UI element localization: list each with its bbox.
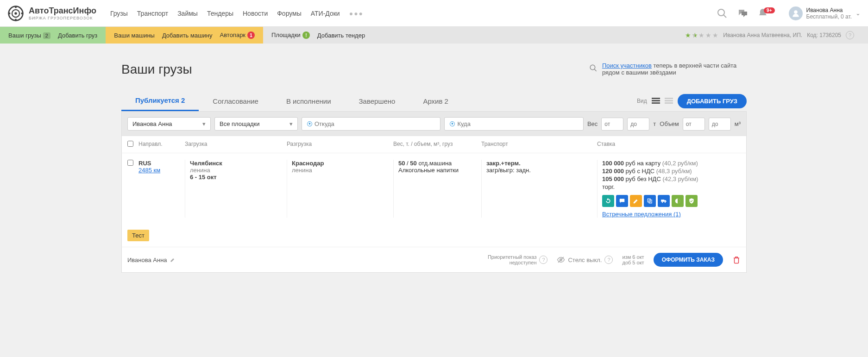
notice-link[interactable]: Поиск участников bbox=[602, 62, 652, 69]
search-icon bbox=[589, 62, 598, 74]
help-icon[interactable]: ? bbox=[604, 256, 613, 264]
trash-icon[interactable] bbox=[732, 256, 741, 264]
comment-icon[interactable] bbox=[616, 195, 628, 207]
logo-subtitle: БИРЖА ГРУЗОПЕРЕВОЗОК bbox=[29, 16, 96, 20]
tab-archive[interactable]: Архив 2 bbox=[409, 92, 462, 111]
subnav-add-tender[interactable]: Добавить тендер bbox=[317, 32, 365, 39]
tag-test[interactable]: Тест bbox=[127, 230, 149, 241]
weight-unit: т bbox=[653, 120, 656, 127]
view-list-icon[interactable] bbox=[652, 98, 660, 104]
chat-icon[interactable] bbox=[737, 8, 748, 19]
volume-from-input[interactable] bbox=[683, 118, 705, 131]
svg-rect-13 bbox=[652, 100, 660, 101]
nav-docs[interactable]: АТИ-Доки bbox=[311, 10, 340, 17]
stealth-label: Стелс выкл. bbox=[568, 257, 602, 263]
th-weight: Вес, т. / объем, м³, груз bbox=[393, 141, 481, 148]
subnav-autopark[interactable]: Автопарк1 bbox=[220, 31, 255, 39]
filter-from-input[interactable]: ⦿ bbox=[302, 117, 440, 131]
pin-icon: ⦿ bbox=[449, 120, 455, 127]
account-code: Код: 1736205 bbox=[807, 32, 841, 38]
negotiable: торг. bbox=[602, 183, 741, 190]
unload-city: Краснодар bbox=[292, 160, 393, 167]
user-menu[interactable]: Иванова Анна Бесплатный, 0 ат. ⌄ bbox=[789, 6, 861, 20]
nav-news[interactable]: Новости bbox=[243, 10, 268, 17]
svg-point-22 bbox=[662, 202, 663, 203]
subnav-your-cargo[interactable]: Ваши грузы2 bbox=[8, 32, 50, 39]
filter-user-select[interactable]: Иванова Анна▾ bbox=[127, 117, 211, 131]
add-cargo-button[interactable]: ДОБАВИТЬ ГРУЗ bbox=[678, 94, 747, 108]
help-icon[interactable]: ? bbox=[539, 256, 547, 264]
svg-point-9 bbox=[794, 10, 798, 14]
distance-link[interactable]: 2485 км bbox=[138, 167, 185, 174]
svg-rect-4 bbox=[15, 19, 17, 21]
subnav-add-cargo[interactable]: Добавить груз bbox=[58, 32, 97, 39]
select-all-checkbox[interactable] bbox=[127, 141, 133, 147]
svg-line-8 bbox=[723, 15, 726, 18]
load-dates: 6 - 15 окт bbox=[190, 174, 287, 181]
tab-executing[interactable]: В исполнении bbox=[272, 92, 345, 111]
logo[interactable]: АвтоТрансИнфо БИРЖА ГРУЗОПЕРЕВОЗОК bbox=[7, 5, 96, 22]
search-icon[interactable] bbox=[717, 8, 728, 19]
svg-rect-18 bbox=[620, 199, 625, 202]
nav-forums[interactable]: Форумы bbox=[277, 10, 302, 17]
svg-rect-16 bbox=[665, 100, 673, 101]
weight-to-input[interactable] bbox=[627, 118, 649, 131]
load-city: Челябинск bbox=[190, 160, 287, 167]
nav-tenders[interactable]: Тендеры bbox=[207, 10, 233, 17]
filter-sites-select[interactable]: Все площадки▾ bbox=[214, 117, 298, 131]
refresh-icon[interactable] bbox=[602, 195, 614, 207]
sub-nav: Ваши грузы2 Добавить груз Ваши машины До… bbox=[0, 27, 868, 44]
owner-name: Иванова Анна bbox=[127, 257, 167, 263]
row-footer: Иванова Анна Приоритетный показ недоступ… bbox=[121, 247, 747, 273]
svg-line-11 bbox=[594, 69, 596, 71]
svg-rect-6 bbox=[21, 13, 24, 14]
logo-title: АвтоТрансИнфо bbox=[29, 6, 96, 16]
subnav-your-vehicles[interactable]: Ваши машины bbox=[114, 32, 155, 39]
filter-to-input[interactable]: ⦿ bbox=[444, 117, 583, 131]
order-button[interactable]: ОФОРМИТЬ ЗАКАЗ bbox=[654, 253, 723, 267]
edit-icon[interactable] bbox=[630, 195, 642, 207]
page-title: Ваши грузы bbox=[121, 62, 192, 77]
nav-transport[interactable]: Транспорт bbox=[137, 10, 168, 17]
account-name: Иванова Анна Матвеевна, ИП. bbox=[723, 32, 802, 38]
volume-unit: м³ bbox=[735, 120, 741, 127]
contrast-icon[interactable] bbox=[672, 195, 684, 207]
truck-icon[interactable] bbox=[658, 195, 670, 207]
transport-detail: загр/выгр: задн. bbox=[486, 167, 597, 174]
added-date: доб 5 окт bbox=[622, 260, 644, 265]
th-rate: Ставка bbox=[597, 141, 741, 148]
nav-cargo[interactable]: Грузы bbox=[110, 10, 128, 17]
svg-rect-14 bbox=[652, 102, 660, 104]
help-icon[interactable]: ? bbox=[846, 31, 854, 39]
th-unload: Разгрузка bbox=[287, 141, 393, 148]
row-checkbox[interactable] bbox=[127, 160, 133, 166]
subnav-add-vehicle[interactable]: Добавить машину bbox=[162, 32, 213, 39]
counter-offers-link[interactable]: Встречные предложения (1) bbox=[602, 211, 681, 218]
tab-done[interactable]: Завершено bbox=[345, 92, 409, 111]
svg-rect-3 bbox=[15, 6, 17, 7]
main-nav: Грузы Транспорт Займы Тендеры Новости Фо… bbox=[110, 10, 364, 17]
shield-icon[interactable] bbox=[686, 195, 698, 207]
tab-agreement[interactable]: Согласование bbox=[199, 92, 272, 111]
th-transport: Транспорт bbox=[481, 141, 597, 148]
subnav-sites[interactable]: Площадки! bbox=[271, 31, 310, 39]
weight-from-input[interactable] bbox=[601, 118, 623, 131]
copy-icon[interactable] bbox=[644, 195, 656, 207]
country: RUS bbox=[138, 160, 185, 167]
rating-stars[interactable]: ★★★★★★ bbox=[685, 31, 718, 39]
svg-point-2 bbox=[14, 12, 17, 14]
nav-more[interactable]: ●●● bbox=[349, 10, 364, 17]
nav-loans[interactable]: Займы bbox=[177, 10, 198, 17]
view-grid-icon[interactable] bbox=[665, 98, 673, 104]
eye-off-icon bbox=[557, 256, 565, 264]
volume-to-input[interactable] bbox=[709, 118, 731, 131]
tab-publishing[interactable]: Публикуется 2 bbox=[121, 91, 199, 111]
edit-icon[interactable] bbox=[170, 257, 176, 263]
table-row: RUS 2485 км Челябинск ленина 6 - 15 окт … bbox=[121, 153, 747, 224]
svg-rect-12 bbox=[652, 98, 660, 99]
table-header: Направл. Загрузка Разгрузка Вес, т. / об… bbox=[121, 136, 747, 153]
svg-rect-21 bbox=[661, 200, 664, 202]
view-label: Вид bbox=[637, 98, 647, 104]
weight-label: Вес bbox=[587, 120, 598, 127]
tabs: Публикуется 2 Согласование В исполнении … bbox=[121, 91, 747, 112]
